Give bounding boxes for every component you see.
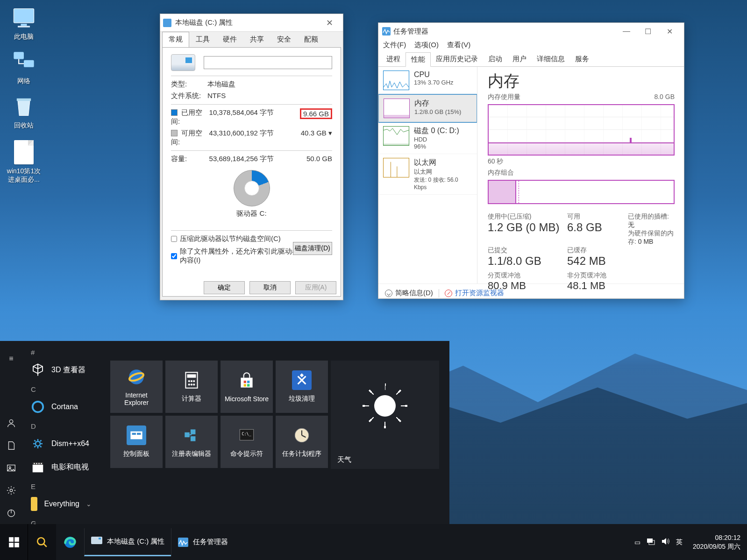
tab-quota[interactable]: 配额 — [298, 32, 325, 47]
titlebar[interactable]: 任务管理器 — ☐ ✕ — [378, 23, 684, 40]
drive-label-input[interactable] — [204, 56, 332, 69]
minimize-button[interactable]: — — [616, 27, 637, 35]
rail-power-icon[interactable] — [0, 502, 22, 524]
rail-menu-icon[interactable]: ≡ — [0, 347, 22, 370]
free-swatch — [171, 130, 178, 136]
tile-junk[interactable]: 垃圾清理 — [276, 361, 328, 413]
type-label: 类型: — [171, 80, 207, 89]
svg-rect-52 — [9, 537, 14, 542]
search-button[interactable] — [28, 524, 56, 560]
svg-rect-24 — [41, 463, 42, 464]
cancel-button[interactable]: 取消 — [249, 281, 291, 294]
app-3d-viewer[interactable]: 3D 查看器 — [27, 358, 95, 382]
tab-services[interactable]: 服务 — [570, 52, 594, 66]
tab-users[interactable]: 用户 — [507, 52, 532, 66]
taskbar-task-taskmgr[interactable]: 任务管理器 — [171, 528, 235, 556]
open-resmon-link[interactable]: 打开资源监视器 — [455, 289, 504, 298]
tray-ime[interactable]: 英 — [676, 538, 683, 546]
app-dism[interactable]: Dism++x64 — [27, 432, 95, 455]
sidebar-item-memory[interactable]: 内存1.2/8.0 GB (15%) — [378, 94, 477, 123]
stat-nonpaged: 48.1 MB — [567, 280, 623, 292]
tab-details[interactable]: 详细信息 — [532, 52, 570, 66]
window-drive-properties: 本地磁盘 (C:) 属性 ✕ 常规 工具 硬件 共享 安全 配额 类型: 本地磁… — [160, 14, 343, 300]
svg-point-56 — [37, 538, 44, 545]
window-title: 本地磁盘 (C:) 属性 — [175, 18, 319, 27]
close-button[interactable]: ✕ — [319, 18, 340, 28]
tray-volume-icon[interactable] — [661, 538, 670, 546]
desktop-icon-recyclebin[interactable]: 回收站 — [2, 94, 46, 130]
tab-security[interactable]: 安全 — [270, 32, 298, 47]
svg-rect-44 — [185, 432, 190, 438]
desktop-icon-pc[interactable]: 此电脑 — [2, 6, 46, 41]
tile-ie[interactable]: Internet Explorer — [110, 361, 163, 413]
svg-point-17 — [33, 402, 43, 412]
app-movies[interactable]: 电影和电视 — [27, 455, 95, 479]
titlebar[interactable]: 本地磁盘 (C:) 属性 ✕ — [160, 14, 343, 32]
chevron-up-icon[interactable] — [385, 290, 392, 297]
rail-pictures-icon[interactable] — [0, 457, 22, 479]
brief-button[interactable]: 简略信息(D) — [395, 289, 433, 298]
svg-rect-0 — [14, 9, 34, 23]
system-tray: ▭ 英 08:20:12 2020/09/05 周六 — [634, 533, 747, 551]
menu-options[interactable]: 选项(O) — [414, 41, 439, 49]
ok-button[interactable]: 确定 — [204, 281, 245, 294]
desktop-icon-doc[interactable]: win10第1次 进桌面必... — [2, 140, 46, 184]
sun-icon — [374, 395, 396, 417]
svg-rect-53 — [14, 537, 19, 542]
maximize-button[interactable]: ☐ — [637, 27, 659, 36]
tray-clock[interactable]: 08:20:12 2020/09/05 周六 — [688, 533, 740, 551]
tile-cmd[interactable]: C:\_命令提示符 — [221, 416, 273, 468]
taskbar-task-properties[interactable]: 本地磁盘 (C:) 属性 — [84, 528, 171, 556]
tab-general[interactable]: 常规 — [162, 32, 189, 48]
sidebar-item-disk[interactable]: 磁盘 0 (C: D:)HDD96% — [378, 122, 477, 154]
svg-rect-4 — [24, 60, 34, 67]
svg-line-57 — [43, 544, 47, 547]
drive-icon — [163, 19, 171, 27]
stat-in-use: 1.2 GB (0 MB) — [488, 221, 562, 234]
rail-settings-icon[interactable] — [0, 479, 22, 502]
tab-startup[interactable]: 启动 — [483, 52, 507, 66]
app-everything[interactable]: Everything⌄ — [27, 492, 95, 516]
tile-regedit[interactable]: 注册表编辑器 — [165, 416, 218, 468]
used-bytes: 10,378,584,064 字节 — [207, 108, 282, 126]
tile-calc[interactable]: 计算器 — [165, 361, 218, 413]
svg-rect-8 — [384, 144, 409, 146]
tab-tools[interactable]: 工具 — [189, 32, 216, 47]
free-gb: 40.3 GB — [301, 129, 327, 137]
rail-user-icon[interactable] — [0, 412, 22, 434]
rail-documents-icon[interactable] — [0, 434, 22, 457]
tile-weather[interactable]: 天气 — [331, 361, 439, 469]
sidebar-item-ethernet[interactable]: 以太网以太网发送: 0 接收: 56.0 Kbps — [378, 154, 477, 195]
taskbar: 本地磁盘 (C:) 属性 任务管理器 ▭ 英 08:20:12 2020/09/… — [0, 524, 747, 560]
memory-usage-chart — [488, 104, 675, 156]
main-panel: 内存 内存使用量8.0 GB 60 秒 内存组合 使用中(已压缩)1.2 GB … — [477, 67, 684, 284]
tab-sharing[interactable]: 共享 — [243, 32, 270, 47]
tab-hardware[interactable]: 硬件 — [216, 32, 243, 47]
tab-history[interactable]: 应用历史记录 — [431, 52, 483, 66]
menu-file[interactable]: 文件(F) — [383, 41, 406, 49]
tile-control-panel[interactable]: 控制面板 — [110, 416, 163, 468]
tab-performance[interactable]: 性能 — [406, 52, 431, 67]
tile-store[interactable]: Microsoft Store — [221, 361, 273, 413]
tab-processes[interactable]: 进程 — [381, 52, 406, 66]
desktop-icon-label: 回收站 — [2, 121, 46, 130]
tile-scheduler[interactable]: 任务计划程序 — [276, 416, 328, 468]
start-button[interactable] — [0, 524, 28, 560]
sidebar-item-cpu[interactable]: CPU13% 3.70 GHz — [378, 67, 477, 94]
svg-rect-3 — [14, 52, 24, 59]
menu-view[interactable]: 查看(V) — [447, 41, 470, 49]
svg-rect-1 — [21, 24, 27, 26]
cap-bytes: 53,689,184,256 字节 — [207, 155, 282, 163]
app-cortana[interactable]: Cortana — [27, 395, 95, 418]
tray-network-icon[interactable] — [646, 538, 655, 546]
tray-notify-icon[interactable]: ▭ — [634, 539, 640, 546]
apply-button[interactable]: 应用(A) — [295, 281, 336, 294]
used-gb-highlight: 9.66 GB — [300, 108, 332, 119]
svg-rect-38 — [247, 381, 249, 383]
edge-button[interactable] — [56, 524, 84, 560]
list-header-hash[interactable]: # — [27, 345, 95, 358]
close-button[interactable]: ✕ — [659, 27, 680, 36]
tabs: 进程 性能 应用历史记录 启动 用户 详细信息 服务 — [378, 52, 684, 67]
desktop-icon-network[interactable]: 网络 — [2, 50, 46, 85]
disk-cleanup-button[interactable]: 磁盘清理(D) — [293, 242, 332, 255]
